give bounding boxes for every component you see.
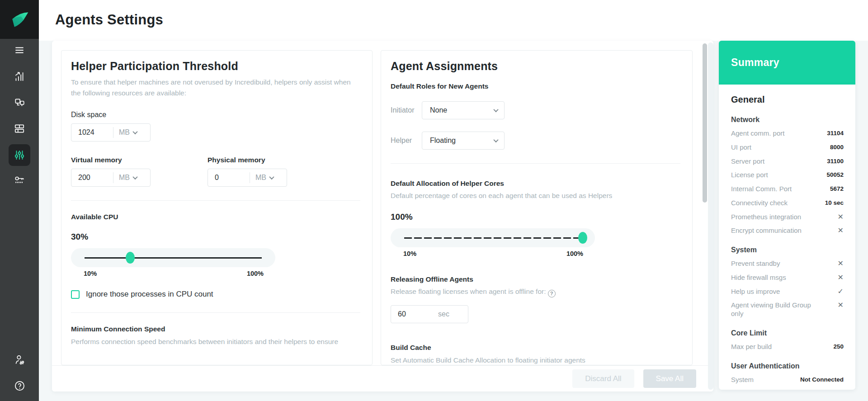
summary-row: License port 50052 (731, 171, 844, 179)
summary-title: Summary (731, 57, 779, 69)
helper-label: Helper (391, 137, 422, 145)
physical-memory-label: Physical memory (208, 156, 287, 164)
releasing-offline-description: Release floating licenses when agent is … (391, 286, 680, 297)
summary-row: UI port 8000 (731, 143, 844, 152)
slider-track (85, 257, 262, 259)
virtual-memory-input-group: MB (71, 169, 151, 187)
disk-space-unit: MB (113, 128, 133, 137)
row-label: License port (731, 171, 768, 179)
physical-memory-input[interactable] (208, 174, 250, 182)
offline-seconds-input[interactable] (391, 310, 433, 318)
min-connection-speed-description: Performs connection speed benchmarks bet… (71, 336, 360, 347)
discard-all-button[interactable]: Discard All (572, 369, 634, 388)
row-label: Internal Comm. Port (731, 185, 792, 193)
incredibuild-logo-icon (9, 9, 30, 30)
row-check-mark: ✓ (838, 288, 844, 295)
menu-icon[interactable] (9, 39, 30, 61)
row-value: 250 (833, 343, 844, 350)
agent-assignments-card: Agent Assignments Default Roles for New … (381, 50, 693, 365)
helper-value: Floating (430, 137, 456, 145)
row-value: 10 sec (825, 199, 844, 206)
core-allocation-slider[interactable] (391, 228, 595, 247)
section-divider (391, 163, 680, 164)
summary-row: Hide firewall msgs ✕ (731, 274, 844, 282)
chevron-down-icon[interactable] (269, 175, 274, 179)
summary-general-heading: General (731, 94, 844, 105)
disk-space-input[interactable] (71, 128, 113, 137)
slider-track (404, 237, 581, 239)
summary-row: Agent comm. port 31104 (731, 129, 844, 138)
helper-participation-title: Helper Participation Threshold (71, 60, 360, 73)
summary-row: Prevent standby ✕ (731, 259, 844, 268)
row-label: UI port (731, 143, 751, 152)
question-help-icon[interactable]: ? (548, 290, 556, 297)
save-all-button[interactable]: Save All (643, 369, 696, 388)
summary-section-system: System (731, 246, 844, 254)
helper-select[interactable]: Floating (422, 132, 505, 150)
chevron-down-icon[interactable] (132, 175, 137, 179)
summary-panel: Summary General Network Agent comm. port… (719, 41, 855, 390)
chevron-down-icon[interactable] (132, 129, 137, 134)
ignore-processes-checkbox[interactable] (71, 290, 80, 299)
scrollbar-track[interactable] (708, 42, 713, 390)
summary-section-network: Network (731, 116, 844, 124)
builds-icon[interactable] (9, 92, 30, 113)
row-x-mark: ✕ (838, 226, 844, 234)
summary-row: Prometheus integration ✕ (731, 213, 844, 222)
sidebar (0, 0, 39, 401)
summary-row: Help us improve ✓ (731, 288, 844, 296)
help-icon[interactable] (9, 375, 30, 396)
row-x-mark: ✕ (838, 213, 844, 221)
row-value: 8000 (830, 143, 844, 151)
row-label: Agent comm. port (731, 129, 784, 138)
disk-space-input-group: MB (71, 123, 151, 142)
slider-knob[interactable] (578, 232, 587, 244)
slider-min-label: 10% (84, 270, 97, 277)
core-allocation-description: Default percentage of cores on each agen… (391, 190, 680, 201)
summary-row: Max per build 250 (731, 343, 844, 351)
license-key-icon[interactable] (9, 169, 30, 191)
dashboard-icon[interactable] (9, 118, 30, 139)
row-label: Prevent standby (731, 259, 780, 268)
settings-sliders-icon[interactable] (9, 144, 30, 166)
summary-row: System Not Connected (731, 376, 844, 384)
virtual-memory-input[interactable] (71, 174, 113, 182)
agent-assignments-title: Agent Assignments (391, 60, 680, 73)
section-divider (71, 312, 360, 313)
initiator-select[interactable]: None (422, 101, 505, 119)
summary-body: General Network Agent comm. port 31104 U… (719, 85, 855, 390)
core-allocation-value: 100% (391, 212, 680, 222)
helper-participation-card: Helper Participation Threshold To ensure… (61, 50, 373, 365)
ignore-processes-label: Ignore those processes in CPU count (86, 290, 213, 299)
row-label: Help us improve (731, 288, 780, 296)
slider-max-label: 100% (566, 250, 583, 257)
row-x-mark: ✕ (838, 274, 844, 281)
available-cpu-slider[interactable] (71, 248, 275, 267)
physical-memory-unit: MB (250, 174, 270, 182)
min-connection-speed-label: Minimum Connection Speed (71, 325, 360, 333)
brand-logo[interactable] (0, 0, 39, 39)
analytics-icon[interactable] (9, 66, 30, 87)
summary-row: Encrypt communication ✕ (731, 226, 844, 235)
helper-participation-description: To ensure that helper machines are not o… (71, 77, 360, 99)
releasing-offline-text: Release floating licenses when agent is … (391, 288, 546, 295)
summary-row: Server port 31100 (731, 157, 844, 166)
offline-seconds-input-group: sec (391, 305, 468, 323)
row-value: 5672 (830, 185, 844, 192)
core-allocation-label: Default Allocation of Helper Cores (391, 179, 680, 188)
available-cpu-label: Available CPU (71, 213, 360, 221)
page-title: Agents Settings (55, 12, 163, 28)
scrollbar-thumb[interactable] (703, 43, 707, 203)
slider-min-label: 10% (403, 250, 416, 257)
user-settings-icon[interactable] (9, 349, 30, 371)
default-roles-label: Default Roles for New Agents (391, 82, 680, 90)
row-label: Prometheus integration (731, 213, 801, 222)
initiator-label: Initiator (391, 106, 422, 114)
summary-section-core-limit: Core Limit (731, 329, 844, 337)
slider-knob[interactable] (126, 252, 135, 264)
settings-content: Helper Participation Threshold To ensure… (52, 41, 713, 392)
top-header: Agents Settings (39, 0, 868, 41)
actions-footer: Discard All Save All (52, 365, 713, 392)
row-label: Server port (731, 157, 764, 166)
row-label: Encrypt communication (731, 226, 802, 235)
